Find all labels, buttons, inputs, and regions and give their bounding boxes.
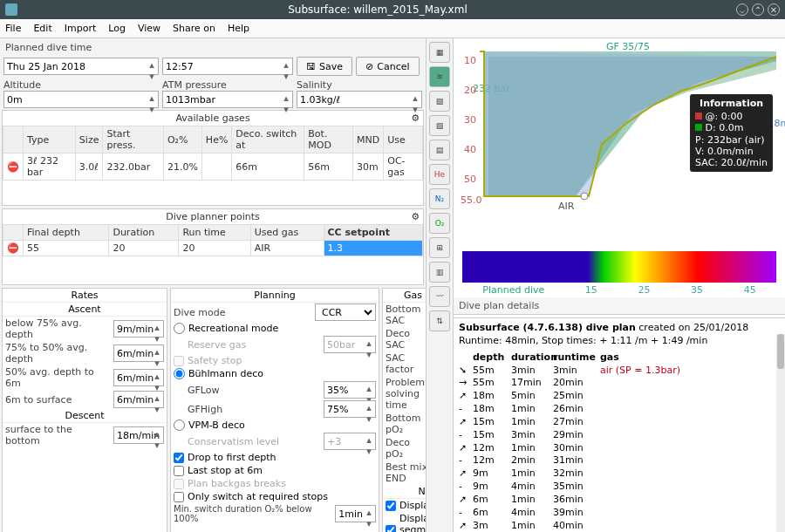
only-switch-checkbox[interactable] <box>174 492 184 502</box>
gf-label: GF 35/75 <box>606 41 650 52</box>
tool-icon-3[interactable]: ▧ <box>429 91 450 112</box>
maximize-button[interactable]: ⌃ <box>752 3 764 16</box>
tool-icon-1[interactable]: ▦ <box>429 42 450 63</box>
plan-row: ➘55m3min3minair (SP = 1.3bar) <box>459 365 780 378</box>
dive-profile-chart[interactable]: GF 35/75 232 bar 102030 405055.0 AIR 28.… <box>454 38 785 249</box>
svg-text:40: 40 <box>464 144 476 155</box>
delete-row-icon[interactable]: ⛔ <box>3 241 24 256</box>
rate-75-50-input[interactable]: 6m/min▴▾ <box>113 344 164 362</box>
plan-row: -9m4min35min <box>459 481 780 494</box>
gfhigh-input[interactable]: 75%▴▾ <box>324 400 376 418</box>
plan-row: ➚6m1min36min <box>459 494 780 507</box>
menu-view[interactable]: View <box>138 23 160 34</box>
gflow-label: GFLow <box>174 385 220 396</box>
altitude-label: Altitude <box>3 79 159 91</box>
gases-table[interactable]: TypeSizeStart press. O₂%He%Deco. switch … <box>3 126 423 181</box>
plan-row: -15m3min29min <box>459 429 780 442</box>
salinity-input[interactable]: 1.03kg/ℓ▴▾ <box>297 91 422 108</box>
menu-file[interactable]: File <box>5 23 21 34</box>
tool-icon-2[interactable]: ≋ <box>429 66 450 87</box>
plan-row: -18m1min26min <box>459 403 780 416</box>
rate-6-surf-label: 6m to surface <box>5 394 72 406</box>
points-config-icon[interactable]: ⚙ <box>411 211 420 222</box>
descent-title: Descent <box>3 409 167 423</box>
planner-point-row[interactable]: ⛔ 5520 20AIR 1.3 <box>3 241 423 256</box>
gas-options-title: Gas options <box>383 289 426 303</box>
titlebar: Subsurface: willem_2015_May.xml ⌵ ⌃ ✕ <box>0 0 785 19</box>
tool-icon-12[interactable]: ⇅ <box>429 310 450 331</box>
save-button[interactable]: 🖫 Save <box>297 57 352 76</box>
tool-o2-icon[interactable]: O₂ <box>429 213 450 234</box>
time-axis: Planned dive 1525 3545 <box>454 284 785 297</box>
safety-stop-checkbox <box>174 356 184 366</box>
deco-sac-label: Deco SAC <box>386 328 425 351</box>
rate-50-6-input[interactable]: 6m/min▴▾ <box>113 369 164 386</box>
notes-title: Notes <box>383 485 426 499</box>
time-input[interactable]: 12:57▴▾ <box>162 58 293 75</box>
descent-label: surface to the bottom <box>5 424 110 447</box>
profile-toolbar: ▦ ≋ ▧ ▨ ▤ He N₂ O₂ ⊞ ▥ 〰 ⇅ ⌄ <box>426 38 454 532</box>
atm-input[interactable]: 1013mbar▴▾ <box>162 91 293 108</box>
svg-point-7 <box>581 193 588 200</box>
cc-setpoint-cell[interactable]: 1.3 <box>324 241 423 256</box>
conservatism-input: +3▴▾ <box>324 433 376 450</box>
salinity-label: Salinity <box>297 79 422 91</box>
conservatism-label: Conservatism level <box>174 436 279 447</box>
cancel-button[interactable]: ⊘ Cancel <box>356 57 419 76</box>
buhlmann-radio[interactable] <box>174 368 185 379</box>
gfhigh-label: GFHigh <box>174 404 222 415</box>
gas-row[interactable]: ⛔ 3ℓ 232 bar3.0ℓ232.0bar 21.0%66m 56m30m… <box>3 153 423 181</box>
available-gases-title: Available gases⚙ <box>3 111 423 126</box>
gflow-input[interactable]: 35%▴▾ <box>324 381 376 399</box>
recreational-radio[interactable] <box>174 323 185 334</box>
min-switch-input[interactable]: 1min▴▾ <box>335 505 376 522</box>
recreational-label: Recreational mode <box>188 323 278 334</box>
tool-icon-9[interactable]: ⊞ <box>429 237 450 258</box>
date-input[interactable]: Thu 25 Jan 2018▴▾ <box>3 58 159 75</box>
menu-edit[interactable]: Edit <box>33 23 51 34</box>
tool-icon-5[interactable]: ▤ <box>429 140 450 160</box>
tool-he-icon[interactable]: He <box>429 164 450 185</box>
tool-icon-11[interactable]: 〰 <box>429 286 450 307</box>
delete-row-icon[interactable]: ⛔ <box>3 153 24 181</box>
rate-6-surf-input[interactable]: 6m/min▴▾ <box>113 391 164 408</box>
descent-input[interactable]: 18m/min▴▾ <box>113 426 164 444</box>
dive-plan-details[interactable]: Subsurface (4.7.6.138) dive plan created… <box>454 317 785 532</box>
menu-import[interactable]: Import <box>65 23 97 34</box>
planner-points-table[interactable]: Final depthDuration Run timeUsed gas CC … <box>3 224 423 256</box>
rate-50-6-label: 50% avg. depth to 6m <box>5 366 110 389</box>
menu-share[interactable]: Share on <box>173 23 215 34</box>
gases-config-icon[interactable]: ⚙ <box>411 113 420 124</box>
problem-time-label: Problem solving time <box>386 377 426 411</box>
details-scrollbar[interactable] <box>776 334 785 532</box>
altitude-input[interactable]: 0m▴▾ <box>3 91 159 108</box>
menubar: File Edit Import Log View Share on Help <box>0 19 785 38</box>
display-segment-checkbox[interactable] <box>386 525 396 533</box>
rate-75-50-label: 75% to 50% avg. depth <box>5 342 110 365</box>
plan-row: ➚12m1min30min <box>459 442 780 455</box>
rates-title: Rates <box>3 289 167 303</box>
tissue-heatmap <box>462 251 776 283</box>
tool-n2-icon[interactable]: N₂ <box>429 188 450 209</box>
tool-icon-10[interactable]: ▥ <box>429 262 450 283</box>
plan-row: →55m17min20min <box>459 377 780 390</box>
dive-mode-select[interactable]: CCR <box>315 304 376 321</box>
plan-row: ➚3m1min40min <box>459 520 780 532</box>
vpm-radio[interactable] <box>174 419 185 431</box>
atm-label: ATM pressure <box>162 79 293 91</box>
display-runtime-checkbox[interactable] <box>386 501 396 511</box>
drop-first-checkbox[interactable] <box>174 453 184 463</box>
tool-icon-4[interactable]: ▨ <box>429 115 450 136</box>
rate-below75-input[interactable]: 9m/min▴▾ <box>113 320 164 338</box>
menu-help[interactable]: Help <box>228 23 249 34</box>
rate-below75-label: below 75% avg. depth <box>5 317 110 340</box>
plan-row: ➚9m1min32min <box>459 467 780 481</box>
menu-log[interactable]: Log <box>108 23 126 34</box>
bottom-po2-label: Bottom pO₂ <box>386 413 425 435</box>
minimize-button[interactable]: ⌵ <box>736 3 748 16</box>
svg-text:30: 30 <box>464 114 476 126</box>
close-button[interactable]: ✕ <box>768 3 780 16</box>
plan-row: ➚15m1min27min <box>459 416 780 429</box>
last-6m-checkbox[interactable] <box>174 466 184 476</box>
svg-text:10: 10 <box>464 55 476 66</box>
